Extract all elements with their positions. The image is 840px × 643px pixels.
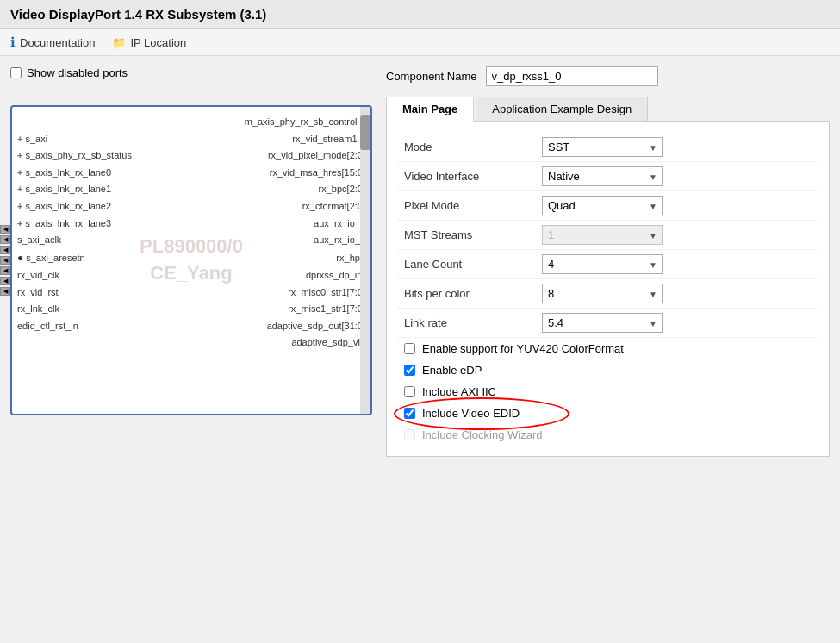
port-row-edid-rst: edid_ctl_rst_in adaptive_sdp_out[31:0]: [12, 318, 370, 335]
side-btn-2[interactable]: ◀: [0, 235, 10, 244]
bits-per-color-label: Bits per color: [404, 287, 542, 300]
pixel-mode-label: Pixel Mode: [404, 199, 542, 212]
mst-streams-select-wrapper: 1 2 3 4: [542, 225, 663, 245]
edp-row: Enable eDP: [397, 359, 818, 381]
pixel-mode-select-wrapper: Single Dual Quad: [542, 196, 663, 215]
port-row-lane3: +s_axis_lnk_rx_lane3 aux_rx_io_p: [12, 215, 370, 233]
show-disabled-label: Show disabled ports: [27, 66, 128, 79]
port-row-lane1: +s_axis_lnk_rx_lane1 rx_bpc[2:0]: [12, 181, 370, 198]
mst-streams-select[interactable]: 1 2 3 4: [542, 225, 663, 245]
documentation-item[interactable]: ℹ Documentation: [10, 34, 95, 50]
video-interface-control: Native AXI4-Stream: [542, 166, 812, 186]
toolbar: ℹ Documentation 📁 IP Location: [0, 29, 840, 56]
side-btn-3[interactable]: ◀: [0, 246, 10, 254]
folder-icon: 📁: [112, 36, 126, 49]
page-title: Video DisplayPort 1.4 RX Subsystem (3.1): [10, 7, 266, 22]
axi-iic-row: Include AXI IIC: [397, 381, 818, 403]
edp-checkbox[interactable]: [404, 365, 415, 376]
include-edid-label: Include Video EDID: [422, 407, 520, 420]
show-disabled-row: Show disabled ports: [10, 66, 372, 79]
link-rate-control: 1.62 2.7 5.4 8.1: [542, 313, 812, 333]
side-btn-1[interactable]: ◀: [0, 225, 10, 234]
link-rate-row: Link rate 1.62 2.7 5.4 8.1: [397, 309, 818, 338]
lane-count-row: Lane Count 1 2 4: [397, 250, 818, 279]
port-row-sb-status: +s_axis_phy_rx_sb_status rx_vid_pixel_mo…: [12, 147, 370, 165]
tab-application-example[interactable]: Application Example Design: [476, 97, 648, 121]
port-row-vid-clk: rx_vid_clk dprxss_dp_irq: [12, 267, 370, 284]
documentation-label: Documentation: [20, 36, 95, 49]
pixel-mode-row: Pixel Mode Single Dual Quad: [397, 191, 818, 221]
side-btn-5[interactable]: ◀: [0, 266, 10, 275]
port-row-lane2: +s_axis_lnk_rx_lane2 rx_cformat[2:0]: [12, 198, 370, 215]
info-icon: ℹ: [10, 34, 16, 50]
component-name-label: Component Name: [386, 70, 477, 83]
mst-streams-row: MST Streams 1 2 3 4: [397, 221, 818, 250]
yuv420-row: Enable support for YUV420 ColorFormat: [397, 338, 818, 359]
video-interface-label: Video Interface: [404, 170, 542, 183]
show-disabled-checkbox[interactable]: [10, 67, 22, 78]
bits-per-color-row: Bits per color 8 10 12 16: [397, 279, 818, 309]
mode-select-wrapper: SST MST: [542, 137, 663, 157]
bits-per-color-control: 8 10 12 16: [542, 284, 812, 303]
component-name-row: Component Name: [386, 66, 830, 86]
bits-per-color-select[interactable]: 8 10 12 16: [542, 284, 663, 303]
include-edid-row: Include Video EDID: [397, 403, 818, 424]
mst-streams-label: MST Streams: [404, 228, 542, 241]
tabs: Main Page Application Example Design: [386, 97, 830, 122]
axi-iic-checkbox[interactable]: [404, 386, 415, 397]
lane-count-control: 1 2 4: [542, 254, 812, 274]
pixel-mode-select[interactable]: Single Dual Quad: [542, 196, 663, 215]
link-rate-select-wrapper: 1.62 2.7 5.4 8.1: [542, 313, 663, 333]
link-rate-select[interactable]: 1.62 2.7 5.4 8.1: [542, 313, 663, 333]
pixel-mode-control: Single Dual Quad: [542, 196, 812, 215]
mst-streams-control: 1 2 3 4: [542, 225, 812, 245]
tab-main-page[interactable]: Main Page: [386, 97, 474, 122]
ip-location-item[interactable]: 📁 IP Location: [112, 36, 186, 49]
port-row-s-axi: +s_axi rx_vid_stream1+: [12, 131, 370, 148]
side-buttons: ◀ ◀ ◀ ◀ ◀ ◀ ◀: [0, 225, 10, 296]
port-row-lane0: +s_axis_lnk_rx_lane0 rx_vid_msa_hres[15:…: [12, 165, 370, 182]
tab-content: Mode SST MST Video Interface: [386, 122, 830, 457]
video-interface-row: Video Interface Native AXI4-Stream: [397, 162, 818, 191]
component-name-input[interactable]: [486, 66, 658, 86]
left-panel: Show disabled ports ◀ ◀ ◀ ◀ ◀ ◀ ◀ m_axis…: [10, 66, 372, 620]
lane-count-select-wrapper: 1 2 4: [542, 254, 663, 274]
port-row-aresetn: ●s_axi_aresetn rx_hpd: [12, 249, 370, 267]
mode-control: SST MST: [542, 137, 812, 157]
side-btn-4[interactable]: ◀: [0, 256, 10, 265]
lane-count-label: Lane Count: [404, 258, 542, 271]
side-btn-6[interactable]: ◀: [0, 277, 10, 285]
include-edid-checkbox[interactable]: [404, 408, 415, 419]
clocking-wizard-label: Include Clocking Wizard: [422, 428, 542, 441]
schematic-box: ◀ ◀ ◀ ◀ ◀ ◀ ◀ m_axis_phy_rx_sb_control+ …: [10, 105, 372, 415]
yuv420-checkbox[interactable]: [404, 343, 415, 354]
axi-iic-label: Include AXI IIC: [422, 385, 496, 398]
port-row-sb-control: m_axis_phy_rx_sb_control+: [12, 114, 370, 131]
port-row-lnk-clk: rx_lnk_clk rx_misc1_str1[7:0]: [12, 301, 370, 318]
port-row-aclk: s_axi_aclk aux_rx_io_n: [12, 232, 370, 249]
right-panel: Component Name Main Page Application Exa…: [386, 66, 830, 620]
side-btn-7[interactable]: ◀: [0, 287, 10, 296]
scrollbar[interactable]: [360, 107, 370, 414]
video-interface-select[interactable]: Native AXI4-Stream: [542, 166, 663, 186]
ip-location-label: IP Location: [130, 36, 186, 49]
clocking-wizard-checkbox[interactable]: [404, 429, 415, 440]
title-bar: Video DisplayPort 1.4 RX Subsystem (3.1): [0, 0, 840, 29]
mode-row: Mode SST MST: [397, 133, 818, 162]
port-row-adaptive-vld: adaptive_sdp_vld: [12, 334, 370, 352]
mode-label: Mode: [404, 140, 542, 153]
bits-per-color-select-wrapper: 8 10 12 16: [542, 284, 663, 303]
video-interface-select-wrapper: Native AXI4-Stream: [542, 166, 663, 186]
edp-label: Enable eDP: [422, 364, 482, 377]
clocking-wizard-row: Include Clocking Wizard: [397, 424, 818, 446]
mode-select[interactable]: SST MST: [542, 137, 663, 157]
scrollbar-thumb[interactable]: [360, 115, 370, 150]
lane-count-select[interactable]: 1 2 4: [542, 254, 663, 274]
link-rate-label: Link rate: [404, 316, 542, 329]
yuv420-label: Enable support for YUV420 ColorFormat: [422, 342, 624, 355]
port-row-vid-rst: rx_vid_rst rx_misc0_str1[7:0]: [12, 284, 370, 302]
